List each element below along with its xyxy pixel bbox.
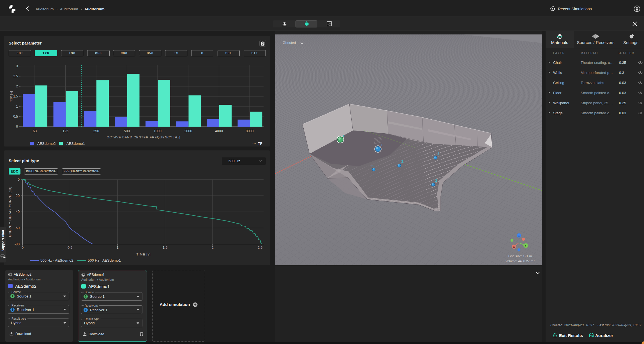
svg-text:AESdemo1: AESdemo1 <box>66 141 85 146</box>
svg-text:2: 2 <box>435 178 437 183</box>
svg-text:TIME [s]: TIME [s] <box>137 253 151 256</box>
svg-text:2.5: 2.5 <box>258 246 262 250</box>
svg-text:ENERGY DECAY CURVE [dB]: ENERGY DECAY CURVE [dB] <box>8 187 12 237</box>
svg-text:Y: Y <box>525 244 527 247</box>
svg-text:1: 1 <box>381 143 383 147</box>
svg-text:OCTAVE BAND CENTER FREQUENCY [: OCTAVE BAND CENTER FREQUENCY [Hz] <box>107 136 180 139</box>
svg-text:⋯: ⋯ <box>252 141 256 146</box>
svg-text:3: 3 <box>401 159 403 164</box>
svg-text:0.5: 0.5 <box>13 115 18 118</box>
svg-text:1000: 1000 <box>154 129 161 133</box>
svg-text:4: 4 <box>437 152 440 156</box>
svg-text:5: 5 <box>371 164 373 168</box>
svg-text:-40: -40 <box>15 210 20 214</box>
svg-text:500 Hz · AESdemo2: 500 Hz · AESdemo2 <box>40 258 73 262</box>
svg-text:500: 500 <box>124 129 130 133</box>
svg-text:1: 1 <box>117 246 119 250</box>
svg-text:4000: 4000 <box>215 129 223 133</box>
svg-text:T20 [s]: T20 [s] <box>10 91 13 102</box>
svg-text:2000: 2000 <box>184 129 192 133</box>
svg-text:Grid size: 1×1 m: Grid size: 1×1 m <box>508 254 532 258</box>
svg-text:X: X <box>513 245 515 248</box>
svg-text:125: 125 <box>63 129 68 133</box>
svg-text:250: 250 <box>93 129 99 133</box>
svg-text:TF: TF <box>258 142 262 146</box>
svg-text:Volume: 4400.27 m3: Volume: 4400.27 m3 <box>505 259 535 263</box>
svg-text:1: 1 <box>16 104 18 108</box>
svg-text:8000: 8000 <box>246 129 254 133</box>
svg-text:-80: -80 <box>15 242 20 246</box>
svg-text:0: 0 <box>16 125 18 129</box>
svg-text:-20: -20 <box>15 194 20 198</box>
svg-text:500 Hz · AESdemo1: 500 Hz · AESdemo1 <box>88 258 121 262</box>
svg-text:2.5: 2.5 <box>13 74 18 78</box>
svg-text:0: 0 <box>22 246 24 250</box>
svg-text:0.5: 0.5 <box>68 246 72 250</box>
svg-text:AESdemo2: AESdemo2 <box>37 141 56 146</box>
svg-text:1.5: 1.5 <box>163 246 167 250</box>
svg-text:2: 2 <box>16 84 18 88</box>
svg-text:0: 0 <box>18 178 20 182</box>
svg-text:-60: -60 <box>15 226 20 230</box>
svg-text:63: 63 <box>33 129 37 133</box>
svg-text:1.5: 1.5 <box>13 94 18 98</box>
svg-text:Z: Z <box>518 234 520 237</box>
svg-text:2: 2 <box>212 246 214 250</box>
svg-text:1: 1 <box>342 134 344 138</box>
svg-text:3: 3 <box>16 64 18 68</box>
